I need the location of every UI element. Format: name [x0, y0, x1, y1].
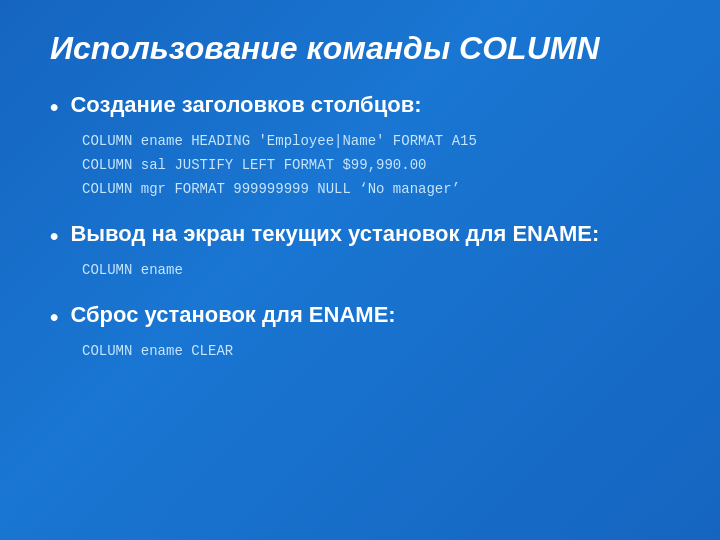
title-highlight: COLUMN — [459, 30, 599, 66]
code-line-1-1: COLUMN ename HEADING 'Employee|Name' FOR… — [82, 130, 670, 154]
slide: Использование команды COLUMN • Создание … — [0, 0, 720, 540]
bullet-text-2: • Вывод на экран текущих установок для E… — [50, 220, 670, 251]
bullet-label-2: Вывод на экран текущих установок для ENA… — [70, 220, 599, 249]
bullet-item-1: • Создание заголовков столбцов: COLUMN e… — [50, 91, 670, 202]
bullet-item-3: • Сброс установок для ENAME: COLUMN enam… — [50, 301, 670, 364]
code-block-3: COLUMN ename CLEAR — [82, 340, 670, 364]
code-line-1-2: COLUMN sal JUSTIFY LEFT FORMAT $99,990.0… — [82, 154, 670, 178]
code-line-3-1: COLUMN ename CLEAR — [82, 340, 670, 364]
bullet-dot-2: • — [50, 220, 58, 251]
bullet-item-2: • Вывод на экран текущих установок для E… — [50, 220, 670, 283]
code-block-1: COLUMN ename HEADING 'Employee|Name' FOR… — [82, 130, 670, 201]
slide-content: • Создание заголовков столбцов: COLUMN e… — [50, 91, 670, 364]
title-prefix: Использование команды — [50, 30, 459, 66]
bullet-text-1: • Создание заголовков столбцов: — [50, 91, 670, 122]
bullet-label-1: Создание заголовков столбцов: — [70, 91, 421, 120]
bullet-dot-1: • — [50, 91, 58, 122]
bullet-label-3: Сброс установок для ENAME: — [70, 301, 395, 330]
bullet-text-3: • Сброс установок для ENAME: — [50, 301, 670, 332]
bullet-dot-3: • — [50, 301, 58, 332]
slide-title: Использование команды COLUMN — [50, 30, 670, 67]
code-line-1-3: COLUMN mgr FORMAT 999999999 NULL ‘No man… — [82, 178, 670, 202]
code-line-2-1: COLUMN ename — [82, 259, 670, 283]
code-block-2: COLUMN ename — [82, 259, 670, 283]
